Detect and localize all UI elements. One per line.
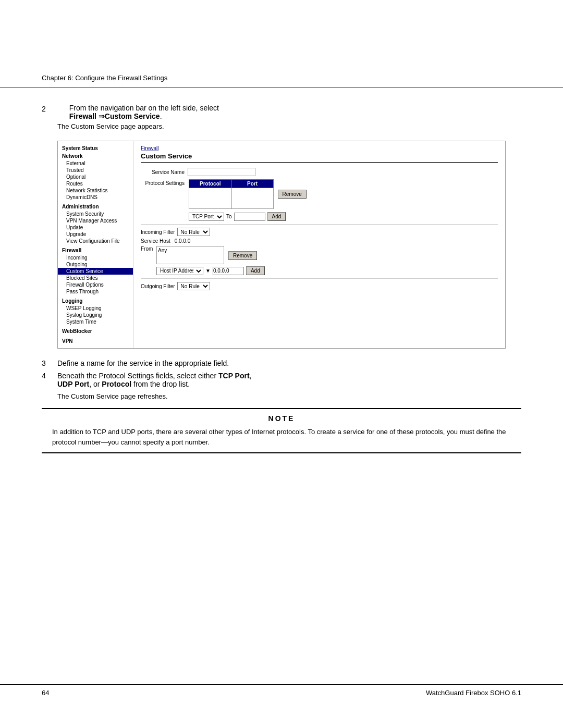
nav-vpn-label: VPN [58,337,133,345]
to-label: To [226,214,232,219]
nav-external[interactable]: External [58,160,133,167]
from-label: From [141,246,156,252]
step-2-bold: Firewall ⇒Custom Service [69,112,160,120]
product-name: WatchGuard Firebox SOHO 6.1 [426,689,521,697]
nav-panel: System Status Network External Trusted O… [58,141,133,348]
remove-button[interactable]: Remove [278,190,307,199]
port-cell [231,188,273,209]
add-button-2[interactable]: Add [246,266,265,275]
nav-administration-label: Administration [58,203,133,211]
to-input[interactable] [234,213,265,221]
step-4-sub: The Custom Service page refreshes. [57,392,521,400]
service-host-label: Service Host [141,238,170,244]
remove-button-2[interactable]: Remove [228,251,257,260]
outgoing-filter-label: Outgoing Filter [141,283,175,289]
steps-section: 3 Define a name for the service in the a… [42,359,521,453]
nav-firewall-label: Firewall [58,246,133,254]
page-container: Chapter 6: Configure the Firewall Settin… [0,0,563,728]
remove-button-area: Remove [278,190,307,199]
nav-system-status[interactable]: System Status [58,144,133,152]
step-2-text: From the navigation bar on the left side… [69,104,219,120]
host-ip-arrow: ▼ [205,268,211,274]
divider-1 [141,224,498,225]
service-host-value: 0.0.0.0 [175,238,191,244]
step-4-udp: UDP Port [57,380,89,388]
nav-outgoing[interactable]: Outgoing [58,261,133,268]
nav-optional[interactable]: Optional [58,174,133,180]
nav-routes[interactable]: Routes [58,180,133,187]
step-4: 4 Beneath the Protocol Settings fields, … [42,372,521,388]
incoming-filter-select[interactable]: No Rule [177,228,210,236]
tcp-port-row: TCP Port To Add [189,212,498,221]
nav-update[interactable]: Update [58,224,133,231]
port-col-header: Port [231,180,273,188]
host-ip-select[interactable]: Host IP Address [156,267,203,275]
host-ip-input[interactable] [213,267,244,275]
step-4-tcp: TCP Port [218,372,250,380]
note-title: Note [42,414,521,423]
breadcrumb[interactable]: Firewall [141,145,498,151]
protocol-cell [189,188,232,209]
page-number: 64 [42,689,49,697]
outgoing-filter-row: Outgoing Filter No Rule [141,282,498,290]
chapter-title: Chapter 6: Configure the Firewall Settin… [42,74,167,82]
incoming-filter-label: Incoming Filter [141,229,175,235]
step-2-number: 2 [42,105,46,113]
step-3-number: 3 [42,359,57,367]
divider-2 [141,278,498,279]
page-footer: 64 WatchGuard Firebox SOHO 6.1 [0,684,563,697]
protocol-col-header: Protocol [189,180,232,188]
outgoing-filter-select[interactable]: No Rule [177,282,210,290]
step-4-protocol: Protocol [102,380,131,388]
nav-syslog-logging[interactable]: Syslog Logging [58,312,133,318]
step-2-subtext: The Custom Service page appears. [57,122,521,130]
chapter-header: Chapter 6: Configure the Firewall Settin… [0,0,563,88]
note-text: In addition to TCP and UDP ports, there … [52,427,511,447]
host-ip-row: Host IP Address ▼ Add [156,266,498,275]
screenshot-mockup: System Status Network External Trusted O… [57,141,506,349]
nav-upgrade[interactable]: Upgrade [58,231,133,238]
nav-system-time[interactable]: System Time [58,318,133,325]
protocol-settings-label: Protocol Settings [141,180,188,186]
nav-trusted[interactable]: Trusted [58,167,133,174]
step-2: 2 From the navigation bar on the left si… [42,104,521,130]
nav-pass-through[interactable]: Pass Through [58,288,133,295]
note-box: Note In addition to TCP and UDP ports, t… [42,408,521,453]
nav-incoming[interactable]: Incoming [58,254,133,261]
step-3: 3 Define a name for the service in the a… [42,359,521,367]
nav-firewall-options[interactable]: Firewall Options [58,281,133,288]
any-value: Any [158,248,167,253]
nav-network-statistics[interactable]: Network Statistics [58,187,133,194]
incoming-filter-row: Incoming Filter No Rule [141,228,498,236]
content-title: Custom Service [141,152,498,163]
step-4-text: Beneath the Protocol Settings fields, se… [57,372,521,388]
from-row: From Any Remove [141,246,498,264]
nav-blocked-sites[interactable]: Blocked Sites [58,275,133,281]
nav-webblocker-label: WebBlocker [58,327,133,335]
add-button[interactable]: Add [267,212,286,221]
remove-button-2-area: Remove [228,251,257,260]
step-3-text: Define a name for the service in the app… [57,359,521,367]
nav-system-security[interactable]: System Security [58,211,133,217]
nav-logging-label: Logging [58,297,133,305]
service-name-input[interactable] [188,168,255,176]
nav-wsep-logging[interactable]: WSEP Logging [58,305,133,312]
from-host-box: Any [156,246,224,264]
nav-network-label: Network [58,152,133,160]
service-host-row: Service Host 0.0.0.0 [141,238,498,244]
protocol-table: Protocol Port [189,179,274,209]
protocol-select[interactable]: TCP Port [189,213,224,221]
content-panel: Firewall Custom Service Service Name Pro… [133,141,505,348]
service-name-label: Service Name [141,169,188,175]
nav-custom-service[interactable]: Custom Service [58,268,133,275]
protocol-table-area: Protocol Port [188,179,274,209]
from-area: Any [156,246,224,264]
service-name-row: Service Name [141,168,498,176]
step-4-number: 4 [42,372,57,380]
protocol-settings-row: Protocol Settings Protocol Port [141,179,498,209]
nav-vpn-manager-access[interactable]: VPN Manager Access [58,217,133,224]
main-content: 2 From the navigation bar on the left si… [0,88,563,477]
nav-dynamic-dns[interactable]: DynamicDNS [58,194,133,201]
nav-view-config-file[interactable]: View Configuration File [58,238,133,244]
